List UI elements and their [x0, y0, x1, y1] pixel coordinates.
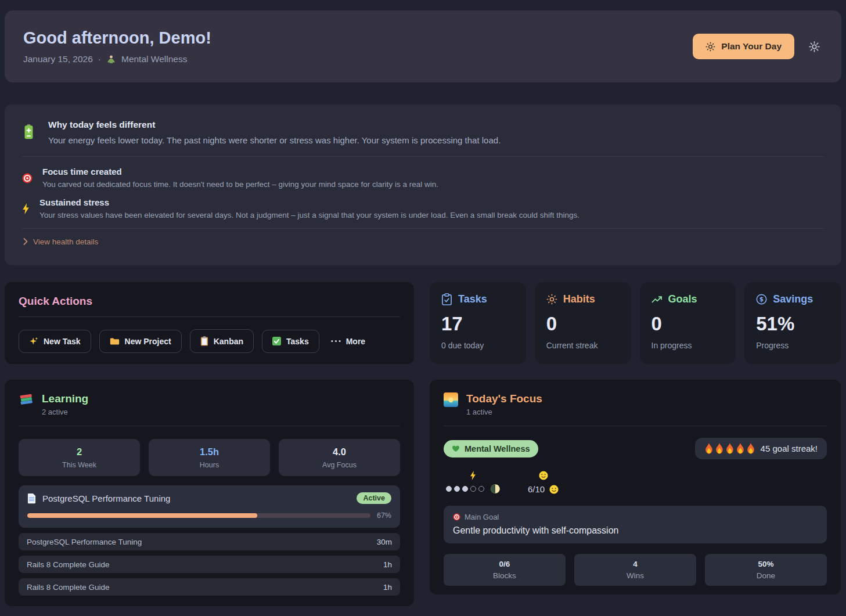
health-footer: View health details — [22, 228, 824, 247]
fstat-label: Done — [711, 571, 821, 580]
streak-label: 45 goal streak! — [761, 444, 818, 453]
mini-label: Hours — [154, 461, 264, 469]
sparkles-icon — [29, 337, 38, 346]
session-duration: 1h — [383, 560, 392, 569]
energy-meter — [446, 471, 500, 494]
new-project-button[interactable]: New Project — [99, 330, 182, 353]
wellness-badge-label: Mental Wellness — [465, 444, 530, 453]
goal-streak-badge: 45 goal streak! — [695, 438, 827, 459]
gear-icon — [808, 41, 820, 53]
header-left: Good afternoon, Demo! January 15, 2026 ·… — [23, 28, 211, 64]
kanban-button[interactable]: Kanban — [190, 329, 254, 353]
lightning-icon — [446, 471, 500, 480]
divider — [22, 156, 824, 157]
stat-label: Tasks — [458, 293, 487, 305]
plan-button-label: Plan Your Day — [721, 41, 782, 52]
stat-card-goals[interactable]: Goals 0 In progress — [640, 282, 736, 364]
button-label: New Task — [44, 337, 81, 346]
energy-dot — [478, 486, 484, 492]
stat-value: 51% — [756, 313, 829, 335]
fstat-value: 4 — [580, 560, 690, 568]
stats-grid: Tasks 17 0 due today Habits 0 Current st… — [430, 282, 841, 364]
focus-stat-wins: 4 Wins — [574, 554, 696, 586]
more-button[interactable]: More — [327, 330, 369, 352]
session-title: PostgreSQL Performance Tuning — [27, 538, 142, 546]
tasks-button[interactable]: Tasks — [262, 330, 319, 353]
mode-label: Mental Wellness — [121, 54, 187, 64]
more-label: More — [346, 337, 365, 346]
insight-focus-time: Focus time created You carved out dedica… — [22, 167, 824, 189]
session-row[interactable]: PostgreSQL Performance Tuning 30m — [19, 533, 400, 550]
mini-label: Avg Focus — [285, 461, 394, 469]
trending-up-icon — [651, 296, 663, 304]
stat-label: Savings — [773, 293, 813, 305]
fire-icon — [704, 443, 714, 454]
green-heart-icon — [452, 445, 460, 452]
fstat-label: Wins — [580, 571, 690, 580]
plan-your-day-button[interactable]: Plan Your Day — [693, 34, 794, 59]
mood-value: 6/10 — [528, 484, 545, 494]
course-progress-fill — [27, 513, 257, 518]
stat-card-habits[interactable]: Habits 0 Current streak — [535, 282, 631, 364]
folder-icon — [110, 337, 120, 345]
insight-body: You carved out dedicated focus time. It … — [42, 180, 438, 189]
greeting-title: Good afternoon, Demo! — [23, 28, 211, 48]
mini-value: 2 — [24, 446, 134, 458]
battery-icon — [24, 118, 33, 145]
focus-stats-row: 0/6 Blocks 4 Wins 50% Done — [444, 554, 827, 586]
settings-button[interactable] — [808, 41, 820, 53]
new-task-button[interactable]: New Task — [19, 330, 91, 353]
stat-sub: Current streak — [546, 341, 620, 350]
active-course-box[interactable]: PostgreSQL Performance Tuning Active 67% — [19, 485, 400, 528]
session-title: Rails 8 Complete Guide — [27, 583, 110, 592]
health-link-label: View health details — [33, 237, 98, 246]
stat-sub: In progress — [651, 341, 725, 350]
chevron-right-icon — [23, 238, 28, 245]
divider — [444, 426, 827, 426]
learning-stat-focus: 4.0 Avg Focus — [279, 439, 400, 476]
date-row: January 15, 2026 · Mental Wellness — [23, 54, 211, 64]
sun-rays-icon — [546, 294, 557, 305]
quick-actions-card: Quick Actions New Task New Project Kanba… — [5, 282, 414, 364]
document-icon — [27, 493, 36, 504]
session-row[interactable]: Rails 8 Complete Guide 1h — [19, 556, 400, 573]
learning-subtitle: 2 active — [42, 408, 88, 416]
course-progress-label: 67% — [377, 511, 391, 520]
view-health-details-link[interactable]: View health details — [23, 237, 98, 246]
stat-sub: Progress — [756, 341, 829, 350]
energy-dot — [446, 486, 452, 492]
active-badge: Active — [357, 492, 391, 504]
health-primary-text: Why today feels different Your energy fe… — [48, 118, 501, 145]
main-goal-label: Main Goal — [465, 513, 499, 521]
mini-value: 4.0 — [285, 446, 394, 458]
session-row[interactable]: Rails 8 Complete Guide 1h — [19, 578, 400, 596]
mini-value: 1.5h — [154, 446, 264, 458]
header-card: Good afternoon, Demo! January 15, 2026 ·… — [5, 10, 841, 82]
moon-icon — [491, 484, 500, 493]
smiley-icon — [528, 471, 559, 480]
learning-mini-stats: 2 This Week 1.5h Hours 4.0 Avg Focus — [19, 439, 400, 476]
focus-subtitle: 1 active — [466, 408, 542, 416]
mini-label: This Week — [24, 461, 134, 469]
health-insights-card: Why today feels different Your energy fe… — [5, 105, 841, 265]
health-primary-insight: Why today feels different Your energy fe… — [22, 118, 824, 145]
learning-title: Learning — [42, 392, 88, 405]
health-primary-body: Your energy feels lower today. The past … — [48, 135, 501, 145]
svg-text:$: $ — [759, 296, 764, 302]
button-label: Tasks — [286, 337, 309, 346]
header-right: Plan Your Day — [693, 34, 820, 59]
fstat-value: 50% — [711, 560, 821, 568]
stat-card-savings[interactable]: $ Savings 51% Progress — [744, 282, 841, 364]
dollar-circle-icon: $ — [756, 294, 767, 305]
insight-title: Sustained stress — [39, 197, 579, 207]
stat-card-tasks[interactable]: Tasks 17 0 due today — [430, 282, 526, 364]
focus-title: Today's Focus — [466, 392, 542, 405]
health-primary-title: Why today feels different — [48, 118, 501, 130]
fstat-label: Blocks — [449, 571, 560, 580]
energy-dot — [454, 486, 460, 492]
course-title: PostgreSQL Performance Tuning — [42, 493, 350, 503]
session-title: Rails 8 Complete Guide — [27, 560, 110, 569]
learning-card: Learning 2 active 2 This Week 1.5h Hours… — [5, 380, 414, 606]
books-icon — [19, 392, 34, 406]
smiley-icon — [549, 485, 559, 494]
